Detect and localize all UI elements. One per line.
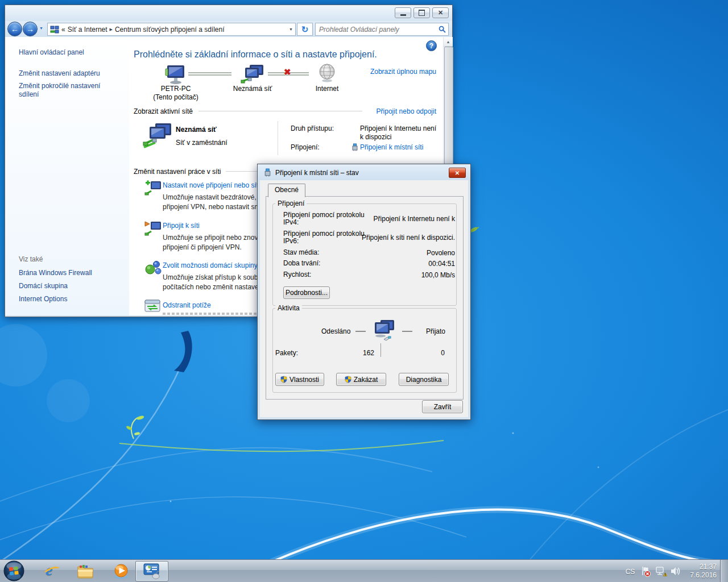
- details-button[interactable]: Podrobnosti...: [283, 286, 330, 299]
- change-settings-header: Změnit nastavení práce v síti: [134, 168, 221, 176]
- task-connect-link[interactable]: Připojit k síti: [163, 222, 200, 230]
- packets-divider: [380, 343, 381, 357]
- properties-button[interactable]: Vlastnosti: [275, 373, 324, 386]
- title-bar[interactable]: ✕: [5, 5, 452, 21]
- search-box[interactable]: [315, 23, 449, 36]
- ipv6-value: Připojení k síti není k dispozici.: [354, 234, 455, 242]
- task-troubleshoot-desc-clipped: [163, 313, 271, 315]
- sidebar-item-internet-options[interactable]: Internet Options: [19, 295, 67, 303]
- minimize-icon: [400, 14, 406, 16]
- breadcrumb-history-dropdown[interactable]: ▼: [289, 27, 293, 31]
- active-network-icon: [143, 122, 172, 149]
- map-connector-line: [188, 72, 231, 76]
- disable-button[interactable]: Zakázat: [336, 373, 386, 386]
- maximize-icon: [419, 10, 425, 16]
- taskbar-item-media-player[interactable]: [109, 561, 134, 581]
- breadcrumb-item-current-page[interactable]: Centrum síťových připojení a sdílení: [115, 26, 225, 34]
- desktop: ✕ ← → ▼ « Síť a Internet ▶ Centrum síťov…: [0, 0, 728, 582]
- access-type-value-line2: k dispozici: [360, 133, 391, 141]
- tray-time: 21:37: [681, 563, 717, 571]
- active-network-name: Neznámá síť: [176, 126, 217, 134]
- internet-globe-icon[interactable]: [318, 63, 336, 82]
- access-type-value-line1: Připojení k Internetu není: [360, 124, 436, 132]
- network-map-icon[interactable]: [241, 64, 264, 86]
- diagnose-button-label: Diagnostika: [406, 376, 442, 384]
- received-label: Přijato: [426, 327, 445, 335]
- minimize-button[interactable]: [395, 7, 411, 18]
- media-player-icon: [113, 563, 130, 580]
- map-pc-subtitle: (Tento počítač): [145, 93, 206, 102]
- tray-clock[interactable]: 21:37 7.6.2016: [681, 563, 717, 580]
- search-input[interactable]: [318, 25, 439, 34]
- refresh-button[interactable]: ↻: [297, 23, 313, 36]
- task-connect-desc2: připojení či připojení VPN.: [163, 243, 242, 252]
- homegroup-options-icon: [144, 259, 162, 276]
- close-icon: ✕: [438, 10, 443, 16]
- refresh-icon: ↻: [301, 24, 309, 35]
- network-status-icon[interactable]: [655, 566, 667, 577]
- sidebar-item-homegroup[interactable]: Domácí skupina: [19, 282, 68, 290]
- start-button[interactable]: [3, 560, 24, 581]
- view-full-map-link[interactable]: Zobrazit úplnou mapu: [345, 68, 436, 76]
- properties-button-label: Vlastnosti: [289, 376, 319, 384]
- duration-value: 00:04:51: [388, 260, 455, 268]
- activity-computer-icon: [369, 319, 395, 345]
- sidebar-item-change-adapter-settings[interactable]: Změnit nastavení adaptéru: [19, 69, 100, 77]
- ipv6-label-line2: IPv6:: [283, 238, 299, 245]
- task-new-connection-link[interactable]: Nastavit nové připojení nebo síť: [163, 181, 259, 189]
- close-button[interactable]: ✕: [432, 7, 449, 18]
- sidebar-item-windows-firewall[interactable]: Brána Windows Firewall: [19, 269, 92, 277]
- search-icon[interactable]: [439, 26, 446, 33]
- action-center-flag-icon[interactable]: [640, 566, 652, 577]
- volume-icon[interactable]: [670, 566, 681, 576]
- local-area-connection-link[interactable]: Připojení k místní síti: [360, 143, 423, 151]
- scroll-up-button[interactable]: ▲: [444, 37, 453, 47]
- task-troubleshoot-link[interactable]: Odstranit potíže: [163, 301, 211, 309]
- recent-pages-dropdown[interactable]: ▼: [39, 26, 43, 30]
- duration-label: Doba trvání:: [283, 260, 320, 267]
- tray-language-indicator[interactable]: CS: [623, 568, 637, 576]
- sidebar-item-control-panel-home[interactable]: Hlavní ovládací panel: [19, 48, 84, 56]
- breadcrumb[interactable]: « Síť a Internet ▶ Centrum síťových přip…: [47, 23, 296, 36]
- media-state-label: Stav média:: [283, 249, 319, 256]
- tab-general[interactable]: Obecné: [268, 184, 305, 197]
- dialog-close-button[interactable]: ✕: [449, 168, 466, 178]
- computer-map-icon[interactable]: [164, 64, 187, 86]
- help-icon: ?: [429, 42, 433, 50]
- breadcrumb-separator-icon[interactable]: ▶: [110, 27, 113, 32]
- disable-button-label: Zakázat: [354, 376, 378, 384]
- taskbar-item-network-sharing-center[interactable]: [135, 561, 168, 581]
- close-dialog-button[interactable]: Zavřít: [422, 400, 463, 413]
- packets-label: Pakety:: [275, 349, 298, 357]
- connect-disconnect-link[interactable]: Připojit nebo odpojit: [363, 107, 436, 115]
- help-button[interactable]: ?: [426, 40, 437, 51]
- breadcrumb-overflow-chevrons[interactable]: «: [61, 26, 65, 34]
- taskbar: e: [0, 559, 728, 582]
- no-internet-x-icon: ✖: [284, 67, 291, 77]
- connect-to-network-icon: [144, 219, 162, 236]
- dialog-lan-adapter-icon: [263, 168, 272, 177]
- map-network-name: Neznámá síť: [227, 85, 278, 93]
- taskbar-item-internet-explorer[interactable]: e: [39, 561, 64, 581]
- taskbar-item-windows-explorer[interactable]: [73, 561, 98, 581]
- active-networks-header: Zobrazit aktivní sítě: [134, 107, 193, 115]
- task-homegroup-link[interactable]: Zvolit možnosti domácí skupiny: [163, 261, 258, 269]
- scroll-up-icon: ▲: [446, 40, 450, 44]
- map-pc-name: PETR-PC: [152, 85, 200, 93]
- speed-label: Rychlost:: [283, 271, 311, 278]
- forward-button[interactable]: →: [23, 22, 38, 36]
- show-desktop-button[interactable]: [720, 560, 728, 582]
- task-connect-desc1: Umožňuje se připojit nebo znov: [163, 233, 258, 243]
- sidebar-item-advanced-sharing[interactable]: Změnit pokročilé nastavení sdílení: [19, 82, 115, 99]
- control-panel-icon: [143, 563, 160, 579]
- connection-group-label: Připojení: [275, 199, 307, 207]
- diagnose-button[interactable]: Diagnostika: [399, 373, 449, 386]
- task-homegroup-desc1: Umožňuje získat přístup k soub: [163, 273, 258, 282]
- back-button[interactable]: ←: [7, 22, 22, 36]
- navigation-toolbar: ← → ▼ « Síť a Internet ▶ Centrum síťovýc…: [5, 21, 452, 38]
- maximize-button[interactable]: [413, 7, 430, 18]
- connections-label: Připojení:: [291, 143, 320, 151]
- breadcrumb-item-network-internet[interactable]: Síť a Internet: [68, 26, 107, 34]
- uac-shield-icon: [345, 376, 351, 383]
- dialog-title-bar[interactable]: Připojení k místní síti – stav ✕: [258, 164, 470, 180]
